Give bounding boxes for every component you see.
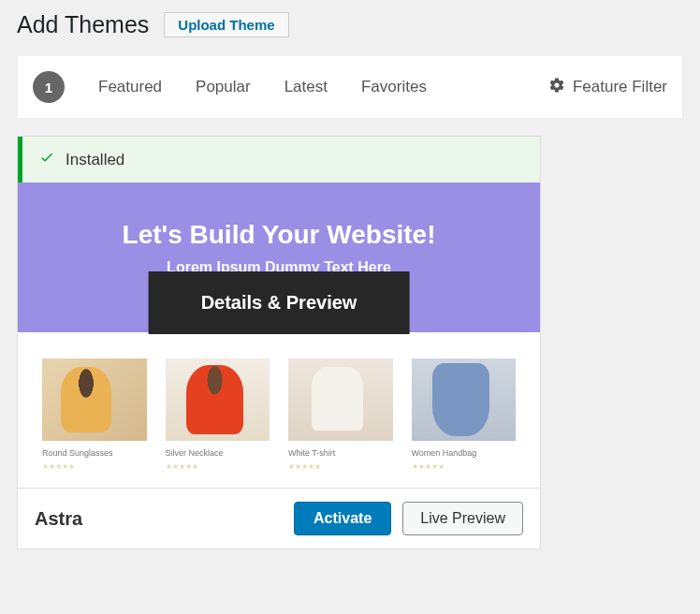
product-item: White T-shirt ★★★★★: [288, 358, 393, 471]
theme-card: Installed Let's Build Your Website! Lore…: [17, 136, 541, 549]
product-thumbnail: [166, 358, 270, 441]
product-item: Round Sunglasses ★★★★★: [42, 358, 147, 471]
product-rating: ★★★★★: [42, 462, 75, 471]
filter-favorites[interactable]: Favorites: [361, 78, 427, 96]
page-header: Add Themes Upload Theme: [0, 0, 700, 46]
product-item: Silver Necklace ★★★★★: [166, 358, 270, 471]
product-thumbnail: [288, 358, 393, 441]
product-item: Women Handbag ★★★★★: [412, 358, 517, 471]
product-rating: ★★★★★: [412, 462, 445, 471]
product-rating: ★★★★★: [166, 462, 198, 471]
details-preview-button[interactable]: Details & Preview: [149, 271, 410, 334]
product-thumbnail: [42, 358, 147, 441]
product-grid: Round Sunglasses ★★★★★ Silver Necklace ★…: [18, 332, 540, 488]
check-icon: [39, 150, 54, 169]
page-title: Add Themes: [17, 11, 149, 38]
hero-title: Let's Build Your Website!: [36, 220, 521, 250]
theme-name: Astra: [35, 508, 82, 530]
filter-bar: 1 Featured Popular Latest Favorites Feat…: [17, 55, 683, 119]
installed-label: Installed: [66, 151, 124, 169]
live-preview-button[interactable]: Live Preview: [402, 502, 523, 535]
filter-latest[interactable]: Latest: [284, 78, 328, 96]
theme-footer: Astra Activate Live Preview: [18, 488, 540, 548]
installed-status: Installed: [18, 137, 540, 183]
theme-actions: Activate Live Preview: [294, 502, 523, 535]
theme-count-badge: 1: [33, 71, 65, 103]
filter-popular[interactable]: Popular: [196, 78, 251, 96]
filter-featured[interactable]: Featured: [98, 78, 162, 96]
upload-theme-button[interactable]: Upload Theme: [164, 12, 288, 37]
product-name: White T-shirt: [288, 448, 393, 458]
feature-filter-link[interactable]: Feature Filter: [548, 77, 667, 98]
product-thumbnail: [412, 358, 517, 441]
product-name: Women Handbag: [412, 448, 517, 458]
product-name: Silver Necklace: [166, 448, 270, 458]
product-name: Round Sunglasses: [42, 448, 147, 458]
feature-filter-label: Feature Filter: [573, 78, 667, 96]
activate-button[interactable]: Activate: [294, 502, 391, 535]
product-rating: ★★★★★: [288, 462, 321, 471]
theme-preview: Let's Build Your Website! Lorem Ipsum Du…: [18, 183, 540, 488]
gear-icon: [548, 77, 565, 98]
